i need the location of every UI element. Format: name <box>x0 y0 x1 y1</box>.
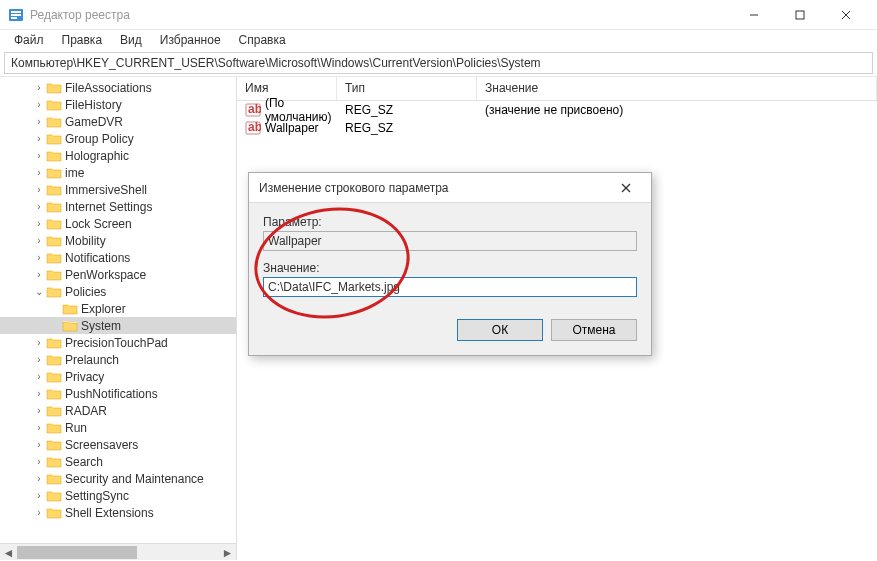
chevron-right-icon[interactable]: › <box>32 422 46 433</box>
tree-item-run[interactable]: ›Run <box>0 419 236 436</box>
chevron-right-icon[interactable]: › <box>32 456 46 467</box>
tree-label: Explorer <box>81 302 126 316</box>
minimize-button[interactable] <box>731 0 777 30</box>
menu-edit[interactable]: Правка <box>54 31 111 49</box>
chevron-right-icon[interactable]: › <box>32 269 46 280</box>
tree-item-penworkspace[interactable]: ›PenWorkspace <box>0 266 236 283</box>
tree-item-shell-extensions[interactable]: ›Shell Extensions <box>0 504 236 521</box>
chevron-right-icon[interactable]: › <box>32 235 46 246</box>
folder-icon <box>46 472 62 486</box>
chevron-right-icon[interactable]: › <box>32 337 46 348</box>
chevron-right-icon[interactable]: › <box>32 82 46 93</box>
tree-item-mobility[interactable]: ›Mobility <box>0 232 236 249</box>
chevron-right-icon[interactable]: › <box>32 439 46 450</box>
folder-icon <box>46 234 62 248</box>
col-value[interactable]: Значение <box>477 77 877 100</box>
tree-item-screensavers[interactable]: ›Screensavers <box>0 436 236 453</box>
tree: ›FileAssociations›FileHistory›GameDVR›Gr… <box>0 77 236 523</box>
tree-scrollbar-h[interactable]: ◄ ► <box>0 543 236 560</box>
close-button[interactable] <box>823 0 869 30</box>
chevron-down-icon[interactable]: ⌄ <box>32 286 46 297</box>
tree-label: Security and Maintenance <box>65 472 204 486</box>
tree-item-notifications[interactable]: ›Notifications <box>0 249 236 266</box>
ok-button[interactable]: ОК <box>457 319 543 341</box>
folder-icon <box>46 149 62 163</box>
chevron-right-icon[interactable]: › <box>32 150 46 161</box>
tree-label: Holographic <box>65 149 129 163</box>
tree-item-immersiveshell[interactable]: ›ImmersiveShell <box>0 181 236 198</box>
list-row[interactable]: ab(По умолчанию)REG_SZ(значение не присв… <box>237 101 877 119</box>
tree-item-search[interactable]: ›Search <box>0 453 236 470</box>
tree-item-fileassociations[interactable]: ›FileAssociations <box>0 79 236 96</box>
tree-label: ImmersiveShell <box>65 183 147 197</box>
chevron-right-icon[interactable]: › <box>32 184 46 195</box>
tree-item-group-policy[interactable]: ›Group Policy <box>0 130 236 147</box>
tree-label: Mobility <box>65 234 106 248</box>
menu-file[interactable]: Файл <box>6 31 52 49</box>
tree-item-system[interactable]: System <box>0 317 236 334</box>
chevron-right-icon[interactable]: › <box>32 201 46 212</box>
tree-item-privacy[interactable]: ›Privacy <box>0 368 236 385</box>
folder-icon <box>62 302 78 316</box>
col-type[interactable]: Тип <box>337 77 477 100</box>
tree-label: Privacy <box>65 370 104 384</box>
chevron-right-icon[interactable]: › <box>32 133 46 144</box>
dialog-close-button[interactable] <box>611 173 641 203</box>
value-field[interactable] <box>263 277 637 297</box>
titlebar[interactable]: Редактор реестра <box>0 0 877 30</box>
tree-label: GameDVR <box>65 115 123 129</box>
tree-label: System <box>81 319 121 333</box>
tree-item-policies[interactable]: ⌄Policies <box>0 283 236 300</box>
tree-item-settingsync[interactable]: ›SettingSync <box>0 487 236 504</box>
maximize-button[interactable] <box>777 0 823 30</box>
tree-pane[interactable]: ›FileAssociations›FileHistory›GameDVR›Gr… <box>0 77 237 560</box>
value-label: Значение: <box>263 261 637 275</box>
tree-item-holographic[interactable]: ›Holographic <box>0 147 236 164</box>
svg-rect-2 <box>11 14 21 16</box>
chevron-right-icon[interactable]: › <box>32 252 46 263</box>
list-row[interactable]: abWallpaperREG_SZ <box>237 119 877 137</box>
scroll-right-icon[interactable]: ► <box>219 544 236 560</box>
chevron-right-icon[interactable]: › <box>32 490 46 501</box>
tree-label: FileAssociations <box>65 81 152 95</box>
chevron-right-icon[interactable]: › <box>32 507 46 518</box>
cell-value <box>477 127 877 129</box>
cancel-button[interactable]: Отмена <box>551 319 637 341</box>
folder-icon <box>46 421 62 435</box>
chevron-right-icon[interactable]: › <box>32 99 46 110</box>
chevron-right-icon[interactable]: › <box>32 405 46 416</box>
tree-item-internet-settings[interactable]: ›Internet Settings <box>0 198 236 215</box>
chevron-right-icon[interactable]: › <box>32 354 46 365</box>
tree-item-security-and-maintenance[interactable]: ›Security and Maintenance <box>0 470 236 487</box>
chevron-right-icon[interactable]: › <box>32 473 46 484</box>
tree-item-pushnotifications[interactable]: ›PushNotifications <box>0 385 236 402</box>
chevron-right-icon[interactable]: › <box>32 388 46 399</box>
address-bar[interactable]: Компьютер\HKEY_CURRENT_USER\Software\Mic… <box>4 52 873 74</box>
tree-item-gamedvr[interactable]: ›GameDVR <box>0 113 236 130</box>
tree-item-explorer[interactable]: Explorer <box>0 300 236 317</box>
scroll-track[interactable] <box>17 544 219 560</box>
tree-item-ime[interactable]: ›ime <box>0 164 236 181</box>
tree-item-radar[interactable]: ›RADAR <box>0 402 236 419</box>
folder-icon <box>46 200 62 214</box>
folder-icon <box>46 132 62 146</box>
tree-label: PushNotifications <box>65 387 158 401</box>
scroll-left-icon[interactable]: ◄ <box>0 544 17 560</box>
dialog-titlebar[interactable]: Изменение строкового параметра <box>249 173 651 203</box>
chevron-right-icon[interactable]: › <box>32 167 46 178</box>
dialog-body: Параметр: Значение: <box>249 203 651 309</box>
tree-label: ime <box>65 166 84 180</box>
chevron-right-icon[interactable]: › <box>32 371 46 382</box>
menu-view[interactable]: Вид <box>112 31 150 49</box>
tree-item-prelaunch[interactable]: ›Prelaunch <box>0 351 236 368</box>
chevron-right-icon[interactable]: › <box>32 116 46 127</box>
scroll-thumb[interactable] <box>17 546 137 559</box>
menu-help[interactable]: Справка <box>231 31 294 49</box>
tree-item-filehistory[interactable]: ›FileHistory <box>0 96 236 113</box>
window-controls <box>731 0 869 30</box>
tree-item-lock-screen[interactable]: ›Lock Screen <box>0 215 236 232</box>
menu-favorites[interactable]: Избранное <box>152 31 229 49</box>
chevron-right-icon[interactable]: › <box>32 218 46 229</box>
folder-icon <box>46 353 62 367</box>
tree-item-precisiontouchpad[interactable]: ›PrecisionTouchPad <box>0 334 236 351</box>
